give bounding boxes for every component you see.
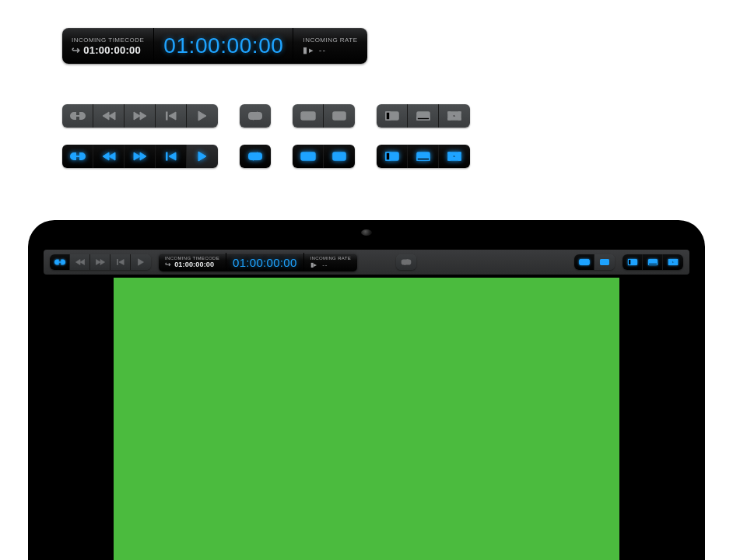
layout-bottom-button[interactable]: [643, 254, 663, 270]
incoming-rate-cell: INCOMING RATE ▮▸--: [293, 28, 366, 64]
svg-rect-1: [249, 113, 261, 119]
play-button[interactable]: [131, 254, 151, 270]
loop-button[interactable]: [240, 145, 271, 168]
waveform-button[interactable]: [293, 104, 324, 128]
svg-rect-20: [386, 152, 390, 160]
loop-group: [396, 254, 416, 270]
layout-bottom-button[interactable]: [408, 145, 439, 168]
main-timecode-cell: 01:00:00:00: [226, 253, 304, 271]
incoming-rate-label: INCOMING RATE: [310, 256, 352, 261]
incoming-timecode-cell: INCOMING TIMECODE ↪01:00:00:00: [62, 28, 154, 64]
svg-rect-13: [249, 153, 261, 159]
incoming-timecode-value: ↪01:00:00:00: [165, 261, 219, 268]
play-button[interactable]: [187, 145, 218, 168]
incoming-rate-cell: INCOMING RATE ▮▸--: [304, 253, 358, 271]
app-toolbar: INCOMING TIMECODE ↪01:00:00:00 01:00:00:…: [44, 250, 689, 275]
main-timecode-value: 01:00:00:00: [233, 257, 297, 268]
rewind-button[interactable]: [93, 104, 124, 128]
svg-rect-0: [166, 112, 167, 120]
loop-group-inactive: [240, 104, 271, 128]
incoming-rate-value: ▮▸--: [310, 261, 352, 268]
loop-button[interactable]: [396, 254, 416, 270]
svg-rect-32: [628, 260, 631, 265]
main-timecode-value: 01:00:00:00: [163, 35, 283, 57]
layout-sidebar-button[interactable]: [622, 254, 643, 270]
link-button[interactable]: [62, 145, 93, 168]
incoming-timecode-value: ↪01:00:00:00: [72, 45, 144, 55]
view-group: [574, 254, 615, 270]
list-button[interactable]: [594, 254, 615, 270]
transport-group-active: [62, 145, 218, 168]
transport-group: [50, 254, 151, 270]
svg-rect-22: [417, 158, 430, 160]
incoming-rate-value: ▮▸--: [303, 45, 357, 55]
incoming-timecode-cell: INCOMING TIMECODE ↪01:00:00:00: [159, 253, 226, 271]
layout-group-active: [377, 145, 470, 168]
viewport: [44, 278, 689, 560]
skip-back-button[interactable]: [110, 254, 131, 270]
svg-rect-10: [417, 117, 430, 120]
link-button[interactable]: [62, 104, 93, 128]
skip-back-button[interactable]: [156, 145, 187, 168]
rewind-button[interactable]: [70, 254, 90, 270]
list-button[interactable]: [324, 104, 355, 128]
main-timecode-cell: 01:00:00:00: [154, 28, 293, 64]
play-button[interactable]: [187, 104, 218, 128]
svg-rect-34: [648, 263, 657, 264]
view-group-active: [293, 145, 355, 168]
layout-fullscreen-button[interactable]: [439, 145, 470, 168]
loop-group-active: [240, 145, 271, 168]
timecode-panel: INCOMING TIMECODE ↪01:00:00:00 01:00:00:…: [159, 253, 357, 271]
forward-button[interactable]: [90, 254, 110, 270]
reset-arrow-icon: ↪: [165, 261, 171, 268]
layout-fullscreen-button[interactable]: [439, 104, 470, 128]
waveform-button[interactable]: [574, 254, 594, 270]
reset-arrow-icon: ↪: [72, 45, 80, 55]
transport-group-inactive: [62, 104, 218, 128]
link-button[interactable]: [50, 254, 70, 270]
rewind-button[interactable]: [93, 145, 124, 168]
layout-group-inactive: [377, 104, 470, 128]
forward-button[interactable]: [124, 104, 156, 128]
layout-sidebar-button[interactable]: [377, 104, 408, 128]
svg-rect-12: [166, 152, 167, 160]
view-group-inactive: [293, 104, 355, 128]
forward-button[interactable]: [124, 145, 156, 168]
svg-rect-8: [386, 112, 390, 120]
waveform-button[interactable]: [293, 145, 324, 168]
layout-group: [622, 254, 683, 270]
svg-rect-24: [117, 260, 117, 265]
layout-fullscreen-button[interactable]: [663, 254, 683, 270]
list-button[interactable]: [324, 145, 355, 168]
green-screen: [114, 278, 619, 560]
timecode-panel: INCOMING TIMECODE ↪01:00:00:00 01:00:00:…: [62, 28, 367, 64]
camera-icon: ▮▸: [310, 261, 318, 268]
layout-sidebar-button[interactable]: [377, 145, 408, 168]
monitor-mock: INCOMING TIMECODE ↪01:00:00:00 01:00:00:…: [28, 220, 705, 560]
incoming-timecode-label: INCOMING TIMECODE: [72, 37, 144, 44]
layout-bottom-button[interactable]: [408, 104, 439, 128]
loop-button[interactable]: [240, 104, 271, 128]
incoming-rate-label: INCOMING RATE: [303, 37, 357, 44]
skip-back-button[interactable]: [156, 104, 187, 128]
camera-icon: ▮▸: [303, 45, 314, 55]
